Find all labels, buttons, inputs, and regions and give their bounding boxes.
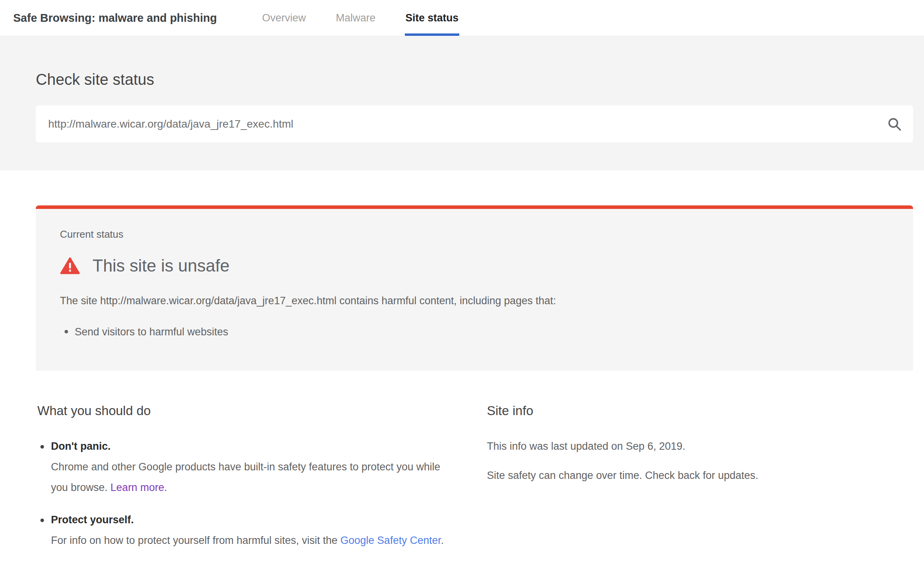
harm-list-item: Send visitors to harmful websites [60, 326, 889, 338]
status-title: This site is unsafe [93, 254, 229, 277]
site-info-column: Site info This info was last updated on … [487, 403, 911, 561]
status-description: The site http://malware.wicar.org/data/j… [60, 295, 889, 307]
card-body: Current status This site is unsafe The s… [36, 209, 913, 371]
details-columns: What you should do Don't panic. Chrome a… [0, 371, 924, 561]
check-site-status-section: Check site status [0, 36, 924, 170]
tab-overview-label: Overview [262, 12, 306, 24]
advice-text-segment: Chrome and other Google products have bu… [51, 461, 440, 493]
site-url-input[interactable] [48, 118, 886, 130]
what-you-should-do-heading: What you should do [37, 403, 451, 419]
advice-item-title: Don't panic. [51, 436, 451, 457]
harm-list: Send visitors to harmful websites [60, 326, 889, 338]
advice-item-text: Chrome and other Google products have bu… [51, 457, 451, 498]
tab-overview[interactable]: Overview [261, 0, 307, 36]
what-you-should-do-column: What you should do Don't panic. Chrome a… [37, 403, 451, 561]
warning-triangle-icon [60, 257, 80, 275]
advice-item-protect-yourself: Protect yourself. For info on how to pro… [37, 510, 451, 551]
site-info-heading: Site info [487, 403, 911, 419]
site-info-updated-line: This info was last updated on Sep 6, 201… [487, 436, 911, 457]
advice-item-text: For info on how to protect yourself from… [51, 530, 451, 551]
advice-text-segment: . [441, 535, 444, 546]
page-header: Safe Browsing: malware and phishing Over… [0, 0, 924, 36]
search-button[interactable] [886, 116, 903, 133]
google-safety-center-link[interactable]: Google Safety Center [340, 535, 441, 546]
advice-item-title: Protect yourself. [51, 510, 451, 530]
tab-site-status[interactable]: Site status [405, 0, 460, 36]
tab-malware[interactable]: Malware [335, 0, 376, 36]
tab-bar: Overview Malware Site status [261, 0, 459, 36]
advice-item-dont-panic: Don't panic. Chrome and other Google pro… [37, 436, 451, 498]
advice-text-segment: For info on how to protect yourself from… [51, 535, 340, 546]
current-status-card: Current status This site is unsafe The s… [36, 205, 913, 371]
tab-malware-label: Malware [336, 12, 376, 24]
card-red-accent-bar [36, 205, 913, 209]
active-tab-indicator [405, 33, 460, 36]
site-search-box [36, 105, 913, 142]
advice-list: Don't panic. Chrome and other Google pro… [37, 436, 451, 551]
current-status-label: Current status [60, 228, 889, 240]
site-info-change-line: Site safety can change over time. Check … [487, 465, 911, 486]
section-heading: Check site status [36, 70, 924, 88]
status-row: This site is unsafe [60, 254, 889, 277]
search-icon [887, 116, 902, 132]
tab-site-status-label: Site status [406, 12, 459, 24]
page-title: Safe Browsing: malware and phishing [13, 0, 217, 36]
learn-more-link[interactable]: Learn more. [110, 482, 167, 493]
